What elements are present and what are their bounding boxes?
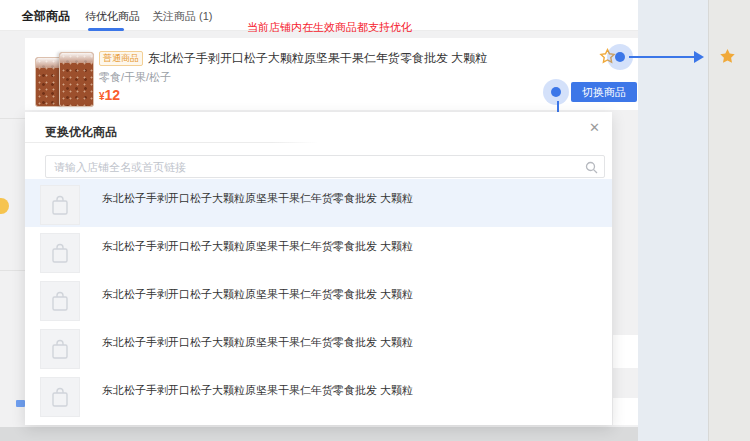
bag-icon xyxy=(50,338,70,360)
list-item-title: 东北松子手剥开口松子大颗粒原坚果干果仁年货零食批发 大颗粒 xyxy=(102,287,413,302)
product-category: 零食/干果/松子 xyxy=(99,70,171,85)
background-yellow-dot xyxy=(0,198,9,214)
list-item-title: 东北松子手剥开口松子大颗粒原坚果干果仁年货零食批发 大颗粒 xyxy=(102,335,413,350)
search-icon[interactable] xyxy=(585,160,598,178)
product-thumbnail-placeholder xyxy=(40,377,80,417)
list-item[interactable]: 东北松子手剥开口松子大颗粒原坚果干果仁年货零食批发 大颗粒 xyxy=(25,371,612,419)
bag-icon xyxy=(50,242,70,264)
price-value: 12 xyxy=(105,87,121,103)
guide-dot-star xyxy=(615,52,625,62)
modal-title: 更换优化商品 xyxy=(45,124,117,141)
product-result-list: 东北松子手剥开口松子大颗粒原坚果干果仁年货零食批发 大颗粒 东北松子手剥开口松子… xyxy=(25,179,612,419)
close-icon[interactable]: ✕ xyxy=(589,120,600,136)
product-card: 普通商品 东北松子手剥开口松子大颗粒原坚果干果仁年货零食批发 大颗粒 零食/干果… xyxy=(25,38,638,110)
tab-to-optimize[interactable]: 待优化商品 xyxy=(85,9,140,24)
pine-nut-bag-front xyxy=(59,52,94,107)
product-type-badge: 普通商品 xyxy=(99,51,143,66)
product-thumbnail-placeholder xyxy=(40,329,80,369)
background-card-divider xyxy=(0,118,25,119)
background-card-divider xyxy=(0,270,25,271)
product-thumbnail-placeholder xyxy=(40,233,80,273)
star-filled-icon[interactable] xyxy=(719,48,736,69)
switch-product-button[interactable]: 切换商品 xyxy=(571,82,637,102)
guide-dot-button xyxy=(551,87,561,97)
guide-arrow-right-line xyxy=(629,56,695,58)
bag-icon xyxy=(50,290,70,312)
change-product-modal: 更换优化商品 ✕ 东北松子手剥开口松子大颗粒原坚果干果仁年货零食批发 大颗粒 东… xyxy=(25,112,612,425)
product-thumbnail-placeholder xyxy=(40,185,80,225)
tab-all-products[interactable]: 全部商品 xyxy=(22,8,70,25)
list-item-title: 东北松子手剥开口松子大颗粒原坚果干果仁年货零食批发 大颗粒 xyxy=(102,191,413,206)
product-title: 东北松子手剥开口松子大颗粒原坚果干果仁年货零食批发 大颗粒 xyxy=(148,50,487,67)
right-panel-blue xyxy=(638,0,708,441)
background-card-edge xyxy=(613,398,638,425)
list-item[interactable]: 东北松子手剥开口松子大颗粒原坚果干果仁年货零食批发 大颗粒 xyxy=(25,179,612,227)
background-bottom-card xyxy=(0,427,638,441)
modal-divider xyxy=(25,142,612,143)
search-input[interactable] xyxy=(45,155,605,178)
product-price: ¥12 xyxy=(99,86,120,104)
list-item-title: 东北松子手剥开口松子大颗粒原坚果干果仁年货零食批发 大颗粒 xyxy=(102,383,413,398)
guide-arrow-right-icon xyxy=(694,51,704,63)
active-tab-underline xyxy=(88,28,124,31)
bag-icon xyxy=(50,194,70,216)
list-item-title: 东北松子手剥开口松子大颗粒原坚果干果仁年货零食批发 大颗粒 xyxy=(102,239,413,254)
tab-followed[interactable]: 关注商品 (1) xyxy=(152,9,213,24)
background-button-sliver xyxy=(16,400,25,407)
bag-icon xyxy=(50,386,70,408)
red-annotation-text: 当前店铺内在生效商品都支持优化 xyxy=(247,20,412,35)
list-item[interactable]: 东北松子手剥开口松子大颗粒原坚果干果仁年货零食批发 大颗粒 xyxy=(25,323,612,371)
background-card-edge xyxy=(613,335,638,368)
product-image xyxy=(35,50,95,107)
list-item[interactable]: 东北松子手剥开口松子大颗粒原坚果干果仁年货零食批发 大颗粒 xyxy=(25,275,612,323)
product-thumbnail-placeholder xyxy=(40,281,80,321)
star-outline-icon[interactable] xyxy=(599,48,616,69)
list-item[interactable]: 东北松子手剥开口松子大颗粒原坚果干果仁年货零食批发 大颗粒 xyxy=(25,227,612,275)
